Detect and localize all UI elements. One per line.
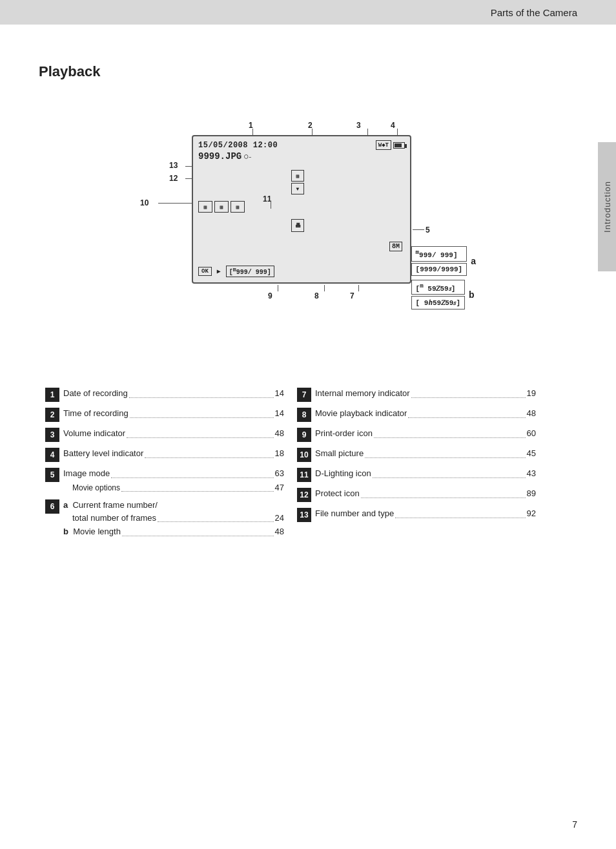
callout-5: 5 (426, 225, 430, 235)
ref-col-left: 1 Date of recording 14 2 Time of recordi… (39, 387, 291, 543)
main-content: Playback 1 2 3 4 15/05/2008 12:00 W◆T (0, 25, 616, 582)
callout-12: 12 (169, 174, 178, 183)
ref-item-5: 5 Image mode 63 Movie options 47 (45, 467, 284, 494)
frame-expand-b1: [m 59𝑍59𝑠] (411, 280, 465, 295)
frame-expand-b2: [ 9ℎ59𝑍59𝑠] (411, 296, 465, 309)
screen-row2: 9999.JPG ◯₋ (198, 151, 405, 162)
screen-bottom: OK ▶ [m999/ 999] (198, 266, 405, 277)
screen-row1: 15/05/2008 12:00 W◆T (198, 140, 405, 150)
ref-badge-8: 8 (297, 408, 311, 422)
ref-text-7: Internal memory indicator 19 (315, 387, 536, 400)
ref-badge-6: 6 (45, 499, 59, 514)
ok-button-display: OK (198, 267, 212, 276)
ref-text-10: Small picture 45 (315, 447, 536, 460)
ref-badge-9: 9 (297, 428, 311, 442)
callout-9: 9 (268, 291, 272, 300)
ref-text-13: File number and type 92 (315, 507, 536, 520)
ref-text-1: Date of recording 14 (63, 387, 284, 400)
ref-item-8: 8 Movie playback indicator 48 (297, 407, 536, 422)
screen-icons-right: W◆T (376, 140, 405, 150)
callout-7: 7 (350, 291, 354, 300)
ref-text-3: Volume indicator 48 (63, 427, 284, 440)
lcd-screen: 15/05/2008 12:00 W◆T 9999.JPG ◯₋ ▦ (192, 135, 411, 284)
ref-badge-10: 10 (297, 448, 311, 462)
diagram-area: 1 2 3 4 15/05/2008 12:00 W◆T (121, 96, 495, 368)
screen-content: 15/05/2008 12:00 W◆T 9999.JPG ◯₋ ▦ (193, 136, 410, 282)
callout-8: 8 (314, 291, 319, 300)
label-b: b (469, 289, 475, 300)
expanded-area: m999/ 999] [9999/9999] a [m 59𝑍59𝑠] [ 9ℎ… (411, 246, 476, 309)
small-pic-1: ▦ (198, 201, 212, 213)
ref-badge-7: 7 (297, 388, 311, 402)
protect-icon: ◯₋ (244, 152, 252, 160)
ref-item-11: 11 D-Lighting icon 43 (297, 467, 536, 482)
side-tab: Introduction (598, 142, 616, 271)
print-icon: 🖶 (291, 219, 304, 232)
ref-text-2: Time of recording 14 (63, 407, 284, 420)
ref-badge-2: 2 (45, 408, 59, 422)
ref-item-12: 12 Protect icon 89 (297, 487, 536, 502)
ref-badge-11: 11 (297, 468, 311, 482)
callout-13: 13 (169, 161, 178, 170)
callout-10: 10 (140, 198, 149, 207)
small-pic-2: ▦ (214, 201, 229, 213)
ref-text-5: Image mode 63 Movie options 47 (63, 467, 284, 494)
callout-3: 3 (356, 121, 361, 130)
dlighting-top: ▦ (291, 170, 304, 182)
battery-icon (393, 142, 405, 149)
ref-col-right: 7 Internal memory indicator 19 8 Movie p… (291, 387, 542, 543)
section-title: Playback (39, 63, 577, 80)
small-pic-3: ▦ (231, 201, 245, 213)
ref-badge-1: 1 (45, 388, 59, 402)
ref-badge-3: 3 (45, 428, 59, 442)
ref-item-4: 4 Battery level indicator 18 (45, 447, 284, 462)
ref-item-3: 3 Volume indicator 48 (45, 427, 284, 442)
frame-expand-a2: [9999/9999] (411, 263, 467, 276)
filename: 9999.JPG (198, 151, 241, 162)
frame-expand-a1: m999/ 999] (411, 246, 467, 262)
header-title: Parts of the Camera (491, 7, 577, 18)
play-icon: ▶ (217, 267, 221, 275)
dlighting-bot: ▼ (291, 183, 304, 194)
ref-item-10: 10 Small picture 45 (297, 447, 536, 462)
dlighting-icons: ▦ ▼ (291, 170, 304, 194)
frame-display: [m999/ 999] (226, 266, 274, 277)
ref-badge-5: 5 (45, 468, 59, 482)
ref-text-6: a Current frame number/ total number of … (63, 499, 284, 538)
ref-item-2: 2 Time of recording 14 (45, 407, 284, 422)
ref-item-1: 1 Date of recording 14 (45, 387, 284, 402)
ref-text-11: D-Lighting icon 43 (315, 467, 536, 480)
page-number: 7 (572, 819, 577, 830)
side-tab-label: Introduction (602, 181, 612, 233)
callout-4: 4 (391, 121, 395, 130)
ref-item-9: 9 Print-order icon 60 (297, 427, 536, 442)
ref-text-8: Movie playback indicator 48 (315, 407, 536, 420)
ref-text-4: Battery level indicator 18 (63, 447, 284, 460)
ref-badge-4: 4 (45, 448, 59, 462)
ref-item-13: 13 File number and type 92 (297, 507, 536, 522)
ref-text-12: Protect icon 89 (315, 487, 536, 500)
small-picture-icons: ▦ ▦ ▦ (198, 201, 245, 213)
screen-datetime: 15/05/2008 12:00 (198, 141, 278, 150)
header-bar: Parts of the Camera (0, 0, 616, 25)
ref-table: 1 Date of recording 14 2 Time of recordi… (39, 387, 542, 543)
volume-icon: W◆T (376, 140, 391, 150)
ref-text-9: Print-order icon 60 (315, 427, 536, 440)
ref-item-6: 6 a Current frame number/ total number o… (45, 499, 284, 538)
label-a: a (471, 256, 476, 266)
mp-badge: 8M (389, 242, 402, 251)
ref-badge-12: 12 (297, 488, 311, 502)
ref-badge-13: 13 (297, 508, 311, 522)
ref-item-7: 7 Internal memory indicator 19 (297, 387, 536, 402)
